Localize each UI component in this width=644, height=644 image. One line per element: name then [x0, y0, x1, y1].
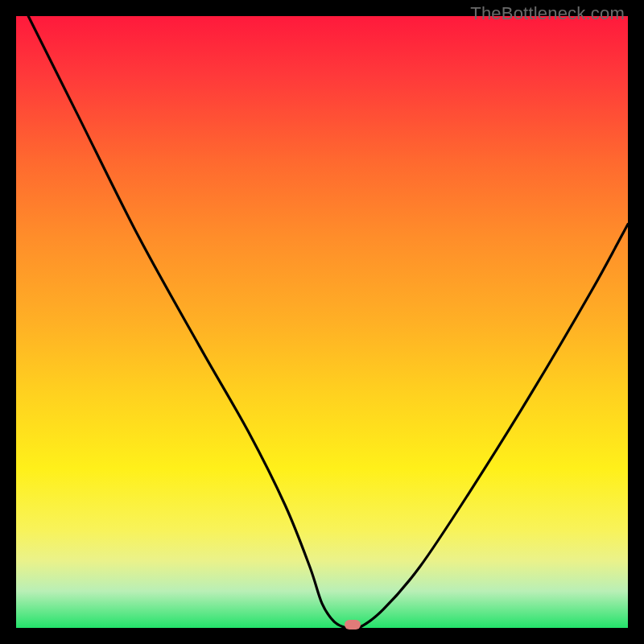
optimal-point-marker [345, 620, 361, 630]
chart-curve [16, 16, 628, 628]
watermark-text: TheBottleneck.com [470, 3, 625, 24]
